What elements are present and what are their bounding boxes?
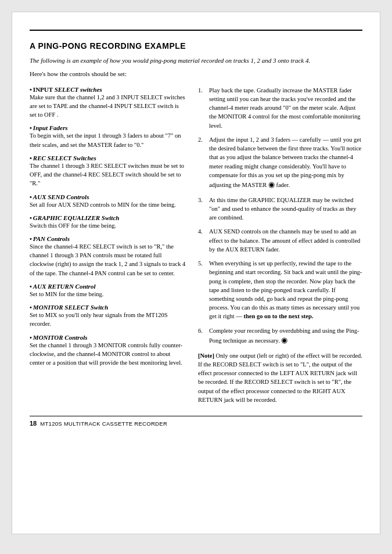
section-rec-select-body: The channel 1 through 3 REC SELECT switc… [30, 161, 186, 188]
section-monitor-select: • MONITOR SELECT Switch Set to MIX so yo… [30, 304, 186, 328]
list-item: 5. When everything is set up perfectly, … [198, 259, 362, 321]
section-monitor-select-title: MONITOR SELECT Switch [33, 304, 108, 311]
section-monitor-controls: • MONITOR Controls Set the channel 1 thr… [30, 334, 186, 368]
section-input-faders-title: Input Faders [33, 124, 68, 131]
section-input-select-body: Make sure that the channel 1,2 and 3 INP… [30, 93, 186, 120]
bullet-dot-4: • [30, 193, 32, 200]
list-item: 1. Play back the tape. Gradually increas… [198, 86, 362, 130]
step-1-content: Play back the tape. Gradually increase t… [209, 86, 362, 130]
note-label: [Note] [198, 352, 214, 359]
section-pan-title: PAN Controls [33, 235, 70, 242]
section-input-select-title: INPUT SELECT switches [33, 86, 102, 93]
list-item: 3. At this time the GRAPHIC EQUALIZER ma… [198, 196, 362, 222]
bullet-dot-5: • [30, 214, 32, 221]
bullet-dot-7: • [30, 283, 32, 290]
page: A PING-PONG RECORDING EXAMPLE The follow… [12, 12, 380, 534]
step-4-content: AUX SEND controls on the channels may be… [209, 227, 362, 254]
two-column-layout: • INPUT SELECT switches Make sure that t… [30, 86, 362, 404]
right-column: 1. Play back the tape. Gradually increas… [198, 86, 362, 404]
page-title: A PING-PONG RECORDING EXAMPLE [30, 41, 362, 51]
step-num-6: 6. [198, 326, 206, 346]
section-pan: • PAN Controls Since the channel-4 REC S… [30, 235, 186, 278]
step-3-content: At this time the GRAPHIC EQUALIZER may b… [209, 196, 362, 222]
section-graphic-eq-header: • GRAPHIC EQUALIZER Switch [30, 214, 186, 221]
footer-product-text: MT120S MULTITRACK CASSETTE RECORDER [40, 420, 167, 427]
section-aux-return: • AUX RETURN Control Set to MIN for the … [30, 283, 186, 298]
section-monitor-controls-body: Set the channel 1 through 3 MONITOR cont… [30, 341, 186, 368]
page-footer: 18 MT120S MULTITRACK CASSETTE RECORDER [30, 420, 362, 427]
section-aux-send-header: • AUX SEND Controls [30, 193, 186, 200]
bullet-dot-6: • [30, 235, 32, 242]
section-monitor-controls-header: • MONITOR Controls [30, 334, 186, 341]
step-num-4: 4. [198, 227, 206, 254]
page-number: 18 [30, 420, 37, 427]
section-input-faders: • Input Faders To begin with, set the in… [30, 124, 186, 149]
section-graphic-eq-title: GRAPHIC EQUALIZER Switch [33, 214, 120, 221]
left-column: • INPUT SELECT switches Make sure that t… [30, 86, 186, 404]
section-input-select: • INPUT SELECT switches Make sure that t… [30, 86, 186, 120]
section-monitor-select-header: • MONITOR SELECT Switch [30, 304, 186, 311]
bottom-divider [30, 416, 362, 416]
step-num-1: 1. [198, 86, 206, 130]
step-6-content: Complete your recording by overdubbing a… [209, 326, 362, 346]
top-border [30, 30, 362, 31]
intro-text: Here's how the controls should be set: [30, 70, 362, 78]
bullet-dot-9: • [30, 334, 32, 341]
bullet-dot-3: • [30, 154, 32, 161]
section-input-faders-header: • Input Faders [30, 124, 186, 131]
section-monitor-select-body: Set to MIX so you'll only hear signals f… [30, 311, 186, 328]
bullet-dot-2: • [30, 124, 32, 131]
section-graphic-eq-body: Switch this OFF for the time being. [30, 221, 186, 230]
section-rec-select-title: REC SELECT Switches [33, 154, 96, 161]
step-num-2: 2. [198, 135, 206, 190]
list-item: 4. AUX SEND controls on the channels may… [198, 227, 362, 254]
section-monitor-controls-title: MONITOR Controls [33, 334, 88, 341]
subtitle: The following is an example of how you w… [30, 56, 362, 65]
numbered-steps: 1. Play back the tape. Gradually increas… [198, 86, 362, 346]
section-graphic-eq: • GRAPHIC EQUALIZER Switch Switch this O… [30, 214, 186, 230]
section-aux-send: • AUX SEND Controls Set all four AUX SEN… [30, 193, 186, 209]
section-aux-return-body: Set to MIN for the time being. [30, 290, 186, 298]
section-input-select-header: • INPUT SELECT switches [30, 86, 186, 93]
section-aux-return-header: • AUX RETURN Control [30, 283, 186, 290]
bullet-dot: • [30, 86, 32, 93]
section-rec-select: • REC SELECT Switches The channel 1 thro… [30, 154, 186, 188]
section-pan-header: • PAN Controls [30, 235, 186, 242]
list-item: 2. Adjust the input 1, 2 and 3 faders — … [198, 135, 362, 190]
section-rec-select-header: • REC SELECT Switches [30, 154, 186, 161]
section-aux-return-title: AUX RETURN Control [33, 283, 96, 290]
step-num-3: 3. [198, 196, 206, 222]
list-item: 6. Complete your recording by overdubbin… [198, 326, 362, 346]
section-aux-send-body: Set all four AUX SEND controls to MIN fo… [30, 200, 186, 209]
section-input-faders-body: To begin with, set the input 1 through 3… [30, 131, 186, 149]
step-5-content: When everything is set up perfectly, rew… [209, 259, 362, 321]
bullet-dot-8: • [30, 304, 32, 311]
step-2-content: Adjust the input 1, 2 and 3 faders — car… [209, 135, 362, 190]
section-aux-send-title: AUX SEND Controls [33, 193, 89, 200]
section-pan-body: Since the channel-4 REC SELECT switch is… [30, 242, 186, 278]
step-num-5: 5. [198, 259, 206, 321]
note-block: [Note] Only one output (left or right) o… [198, 351, 362, 404]
